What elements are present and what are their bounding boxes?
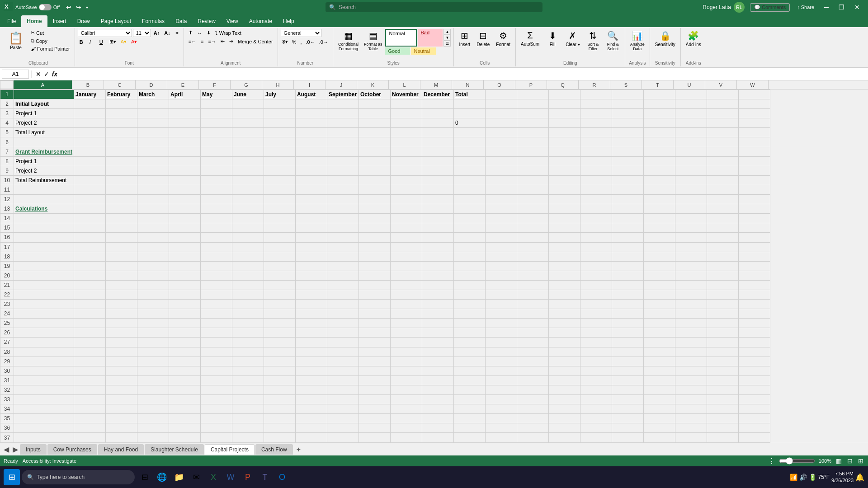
cell-a1[interactable] — [14, 90, 74, 99]
col-header-m[interactable]: M — [420, 80, 452, 89]
cell-n4[interactable]: 0 — [454, 118, 486, 128]
cell-s1[interactable] — [612, 90, 644, 99]
col-header-i[interactable]: I — [294, 80, 326, 89]
insert-button[interactable]: ⊞ Insert — [457, 29, 472, 48]
taskbar-powerpoint[interactable]: P — [240, 469, 256, 485]
cell-o1[interactable] — [486, 90, 517, 99]
zoom-slider[interactable] — [779, 457, 815, 465]
align-middle-button[interactable]: ↔ — [195, 29, 204, 37]
volume-icon[interactable]: 🔊 — [799, 474, 807, 481]
fill-color-button[interactable]: A▾ — [119, 38, 128, 46]
cell-u1[interactable] — [675, 90, 707, 99]
battery-icon[interactable]: 🔋 — [809, 474, 816, 481]
merge-center-button[interactable]: Merge & Center — [236, 38, 275, 45]
cell-h1[interactable]: July — [264, 90, 296, 99]
cut-button[interactable]: ✂ Cut — [29, 29, 72, 37]
sheet-tab-slaughter[interactable]: Slaughter Schedule — [145, 444, 204, 455]
cell-a8[interactable]: Project 1 — [14, 156, 74, 166]
cell-q1[interactable] — [549, 90, 580, 99]
cell-a4[interactable]: Project 2 — [14, 118, 74, 128]
cell-a7[interactable]: Grant Reimbursement — [14, 147, 74, 156]
cell-c1[interactable]: February — [106, 90, 137, 99]
tab-file[interactable]: File — [2, 15, 21, 27]
tab-home[interactable]: Home — [21, 15, 47, 27]
cell-e1[interactable]: April — [169, 90, 201, 99]
minimize-button[interactable]: ─ — [820, 2, 833, 13]
sheet-tab-prev[interactable]: ◀ — [2, 444, 11, 455]
cell-t1[interactable] — [644, 90, 675, 99]
addins-button[interactable]: 🧩 Add-ins — [684, 29, 703, 48]
font-color-button[interactable]: A▾ — [129, 38, 139, 46]
italic-button[interactable]: I — [88, 38, 97, 46]
sensitivity-button[interactable]: 🔒 Sensitivity — [653, 29, 678, 48]
col-header-e[interactable]: E — [167, 80, 199, 89]
notification-icon[interactable]: 🔔 — [855, 473, 864, 482]
col-header-t[interactable]: T — [642, 80, 674, 89]
align-bottom-button[interactable]: ⬇ — [205, 29, 212, 37]
tab-review[interactable]: Review — [192, 15, 221, 27]
fill-button[interactable]: ⬇ Fill — [543, 29, 561, 52]
paste-button[interactable]: 📋 Paste — [5, 29, 27, 52]
cell-p1[interactable] — [517, 90, 549, 99]
page-layout-view-button[interactable]: ⊟ — [846, 456, 854, 465]
start-button[interactable]: ⊞ — [4, 469, 20, 485]
copy-button[interactable]: ⧉ Copy — [29, 37, 72, 45]
number-format-select[interactable]: General — [281, 29, 321, 37]
formula-input[interactable] — [60, 70, 866, 78]
bold-button[interactable]: B — [78, 38, 87, 46]
cell-v1[interactable] — [707, 90, 739, 99]
taskbar-teams[interactable]: T — [257, 469, 273, 485]
col-header-a[interactable]: A — [14, 80, 72, 89]
cell-a10[interactable]: Total Reimbursement — [14, 175, 74, 185]
taskbar-explorer[interactable]: 📁 — [171, 469, 187, 485]
col-header-g[interactable]: G — [231, 80, 262, 89]
col-header-l[interactable]: L — [389, 80, 420, 89]
col-header-b[interactable]: B — [72, 80, 104, 89]
sheet-tab-cow-purchases[interactable]: Cow Purchases — [47, 444, 97, 455]
cancel-icon[interactable]: ✕ — [35, 70, 42, 79]
taskbar-task-view[interactable]: ⊟ — [137, 469, 153, 485]
sheet-tab-inputs[interactable]: Inputs — [20, 444, 47, 455]
taskbar-edge[interactable]: 🌐 — [154, 469, 170, 485]
normal-view-button[interactable]: ▦ — [835, 456, 843, 465]
format-button[interactable]: ⚙ Format — [494, 29, 513, 48]
taskbar-outlook[interactable]: O — [274, 469, 290, 485]
wrap-text-button[interactable]: ⤵ Wrap Text — [213, 29, 243, 37]
format-as-table-button[interactable]: ▤ Format asTable — [362, 29, 385, 52]
col-header-c[interactable]: C — [104, 80, 136, 89]
cell-a9[interactable]: Project 2 — [14, 166, 74, 175]
cell-j1[interactable]: September — [327, 90, 359, 99]
cell-i1[interactable]: August — [296, 90, 327, 99]
function-icon[interactable]: fx — [51, 70, 58, 79]
bad-style-button[interactable]: Bad — [418, 29, 443, 47]
underline-button[interactable]: U — [98, 38, 107, 46]
tab-help[interactable]: Help — [278, 15, 300, 27]
col-header-p[interactable]: P — [515, 80, 547, 89]
style-scroll-more[interactable]: ☰ — [443, 41, 451, 47]
sheet-tab-cash-flow[interactable]: Cash Flow — [255, 444, 293, 455]
col-header-w[interactable]: W — [737, 80, 769, 89]
normal-style-button[interactable]: Normal — [385, 29, 417, 47]
cell-a5[interactable]: Total Layout — [14, 128, 74, 137]
col-header-v[interactable]: V — [705, 80, 737, 89]
autosum-button[interactable]: Σ AutoSum — [519, 29, 542, 52]
tab-page-layout[interactable]: Page Layout — [95, 15, 137, 27]
taskbar-time[interactable]: 7:56 PM 9/26/2023 — [831, 470, 854, 484]
decrease-indent-button[interactable]: ⇤ — [219, 38, 226, 45]
good-style-button[interactable]: Good — [385, 47, 410, 55]
comments-button[interactable]: 💬 Comments — [750, 3, 790, 12]
tab-automate[interactable]: Automate — [244, 15, 278, 27]
page-break-view-button[interactable]: ⊞ — [857, 456, 864, 465]
increase-decimal-button[interactable]: .0→ — [317, 38, 330, 46]
cell-r1[interactable] — [580, 90, 612, 99]
align-top-button[interactable]: ⬆ — [187, 29, 194, 37]
close-button[interactable]: ✕ — [850, 2, 864, 13]
cell-d1[interactable]: March — [137, 90, 169, 99]
cell-k1[interactable]: October — [359, 90, 391, 99]
style-scroll-down[interactable]: ▼ — [443, 35, 451, 41]
add-sheet-button[interactable]: + — [294, 445, 303, 455]
cell-a3[interactable]: Project 1 — [14, 109, 74, 118]
restore-button[interactable]: ❐ — [834, 2, 849, 13]
tab-insert[interactable]: Insert — [47, 15, 72, 27]
cell-a2[interactable]: Initial Layout — [14, 99, 74, 109]
